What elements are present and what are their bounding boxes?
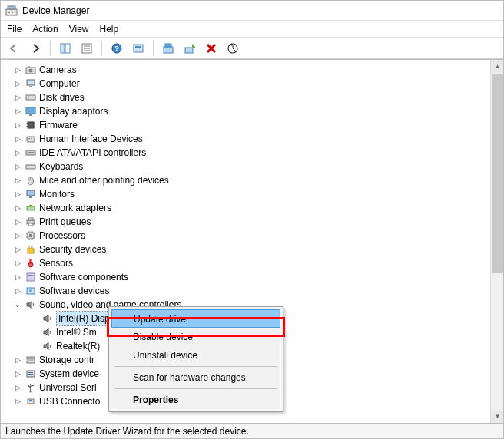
cm-disable-device[interactable]: Disable device	[111, 328, 280, 346]
spacer	[30, 342, 39, 351]
svg-rect-72	[28, 372, 33, 373]
svg-rect-14	[164, 47, 173, 53]
title-bar: Device Manager	[1, 1, 503, 21]
svg-rect-47	[27, 206, 35, 210]
svg-rect-35	[31, 138, 32, 139]
cm-update-driver[interactable]: Update driver	[111, 309, 280, 328]
svg-rect-48	[29, 205, 32, 206]
ide-node[interactable]: ▷ IDE ATA/ATAPI controllers	[13, 146, 503, 160]
node-label: Cameras	[39, 63, 77, 77]
node-label: Sensors	[39, 256, 73, 270]
collapse-icon[interactable]: ⌄	[13, 300, 22, 309]
menu-bar: File Action View Help	[1, 21, 503, 38]
keyboards-node[interactable]: ▷ Keyboards	[13, 160, 503, 173]
expand-icon[interactable]: ▷	[13, 245, 22, 254]
expand-icon[interactable]: ▷	[13, 286, 22, 295]
separator	[101, 41, 102, 56]
scroll-down-icon[interactable]: ▼	[491, 410, 504, 423]
cm-properties[interactable]: Properties	[111, 391, 280, 409]
swcomp-node[interactable]: ▷ Software components	[13, 270, 503, 284]
expand-icon[interactable]: ▷	[13, 190, 22, 199]
node-label: Network adapters	[39, 201, 111, 215]
expand-icon[interactable]: ▷	[13, 217, 22, 226]
speaker-icon	[41, 326, 54, 338]
svg-rect-51	[28, 223, 33, 226]
properties-icon[interactable]	[78, 40, 95, 57]
help-icon[interactable]: ?	[108, 40, 125, 57]
expand-icon[interactable]: ▷	[13, 203, 22, 213]
camera-icon	[25, 64, 37, 76]
install-legacy-icon[interactable]	[181, 40, 198, 57]
menu-help[interactable]: Help	[100, 24, 119, 35]
menu-view[interactable]: View	[69, 24, 89, 35]
action-icon[interactable]	[130, 40, 147, 57]
netadapters-node[interactable]: ▷ Network adapters	[13, 201, 503, 215]
expand-icon[interactable]: ▷	[13, 176, 22, 185]
forward-icon[interactable]	[27, 40, 44, 57]
computer-node[interactable]: ▷ Computer	[13, 77, 503, 91]
expand-icon[interactable]: ▷	[13, 120, 22, 130]
monitors-node[interactable]: ▷ Monitors	[13, 187, 503, 201]
scan-hardware-icon[interactable]	[224, 40, 241, 57]
show-hide-icon[interactable]	[57, 40, 74, 57]
vertical-scrollbar[interactable]: ▲ ▼	[490, 60, 503, 423]
menu-file[interactable]: File	[7, 24, 22, 35]
mice-node[interactable]: ▷ Mice and other pointing devices	[13, 173, 503, 187]
firmware-node[interactable]: ▷ Firmware	[13, 118, 503, 132]
node-label: Keyboards	[39, 160, 83, 173]
svg-rect-42	[32, 167, 33, 167]
swdev-node[interactable]: ▷ Software devices	[13, 284, 503, 298]
node-label: Software components	[39, 270, 128, 284]
display-node[interactable]: ▷ Display adaptors	[13, 104, 503, 118]
expand-icon[interactable]: ▷	[13, 107, 22, 116]
expand-icon[interactable]: ▷	[13, 65, 22, 74]
usb-icon	[25, 381, 37, 394]
scroll-up-icon[interactable]: ▲	[491, 60, 504, 73]
expand-icon[interactable]: ▷	[13, 93, 22, 102]
tool-bar: ?	[1, 38, 503, 59]
svg-rect-1	[8, 6, 15, 9]
expand-icon[interactable]: ▷	[13, 397, 22, 406]
back-icon[interactable]	[5, 40, 22, 57]
expand-icon[interactable]: ▷	[13, 369, 22, 378]
expand-icon[interactable]: ▷	[13, 231, 22, 240]
svg-rect-77	[32, 385, 34, 386]
node-label: Intel® Sm	[56, 325, 97, 339]
node-label: Human Interface Devices	[39, 132, 143, 146]
cm-uninstall-device[interactable]: Uninstall device	[111, 346, 280, 365]
scroll-thumb[interactable]	[492, 74, 503, 273]
svg-rect-62	[28, 249, 34, 253]
node-label: Universal Seri	[39, 381, 97, 394]
disk-node[interactable]: ▷ Disk drives	[13, 91, 503, 104]
printq-node[interactable]: ▷ Print queues	[13, 215, 503, 229]
expand-icon[interactable]: ▷	[13, 383, 22, 392]
expand-icon[interactable]: ▷	[13, 259, 22, 268]
expand-icon[interactable]: ▷	[13, 162, 22, 171]
expand-icon[interactable]: ▷	[13, 148, 22, 157]
node-label: Firmware	[39, 118, 78, 132]
svg-rect-24	[26, 95, 35, 100]
cm-scan-hardware[interactable]: Scan for hardware changes	[111, 368, 280, 387]
security-node[interactable]: ▷ Security devices	[13, 243, 503, 256]
cameras-node[interactable]: ▷ Cameras	[13, 63, 503, 77]
processors-node[interactable]: ▷ Processors	[13, 229, 503, 243]
expand-icon[interactable]: ▷	[13, 272, 22, 282]
window-title: Device Manager	[22, 5, 89, 16]
update-driver-icon[interactable]	[160, 40, 177, 57]
svg-rect-16	[185, 48, 193, 53]
uninstall-icon[interactable]	[203, 40, 220, 57]
node-label: Software devices	[39, 284, 109, 298]
hid-node[interactable]: ▷ Human Interface Devices	[13, 132, 503, 146]
node-label: System device	[39, 367, 99, 381]
expand-icon[interactable]: ▷	[13, 79, 22, 88]
node-label: Storage contr	[39, 353, 94, 367]
expand-icon[interactable]: ▷	[13, 355, 22, 365]
menu-action[interactable]: Action	[32, 24, 58, 35]
svg-rect-33	[27, 137, 35, 142]
expand-icon[interactable]: ▷	[13, 134, 22, 144]
sensors-node[interactable]: ▷ Sensors	[13, 256, 503, 270]
security-icon	[25, 243, 37, 256]
separator	[114, 388, 277, 389]
separator	[114, 366, 277, 367]
status-bar: Launches the Update Driver Wizard for th…	[1, 423, 503, 438]
